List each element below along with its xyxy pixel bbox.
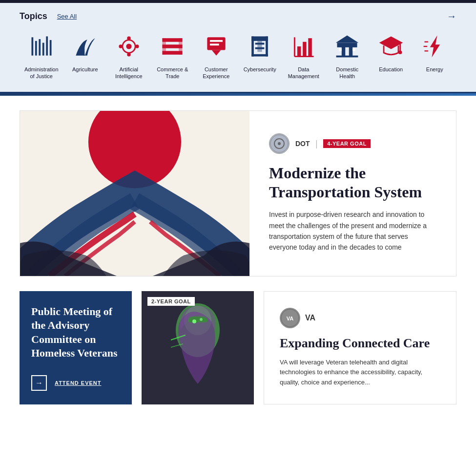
svg-rect-38: [336, 56, 358, 58]
topic-item-data[interactable]: DataManagement: [282, 29, 326, 82]
transport-meta: DOT | 4-YEAR GOAL: [269, 133, 436, 154]
commerce-label: Commerce &Trade: [157, 66, 188, 80]
svg-rect-54: [188, 317, 207, 322]
data-icon: [288, 31, 319, 62]
customer-label: CustomerExperience: [203, 66, 229, 80]
svg-point-42: [398, 50, 402, 54]
svg-point-10: [127, 53, 130, 56]
arrow-icon: →: [35, 379, 43, 387]
svg-marker-21: [211, 50, 221, 55]
bottom-row: Public Meeting of the Advisory Committee…: [20, 291, 456, 404]
svg-rect-39: [339, 48, 342, 51]
advisory-title: Public Meeting of the Advisory Committee…: [31, 305, 120, 360]
svg-rect-35: [349, 46, 352, 57]
commerce-icon: [157, 31, 188, 62]
customer-icon: [201, 31, 232, 62]
svg-rect-33: [308, 38, 311, 56]
agriculture-label: Agriculture: [72, 66, 98, 73]
va-desc: VA will leverage Veteran telehealth and …: [280, 358, 440, 388]
advisory-arrow-button[interactable]: →: [31, 375, 47, 391]
topic-item-domestic[interactable]: DomesticHealth: [326, 29, 370, 82]
transport-image: [20, 111, 249, 276]
svg-rect-40: [352, 48, 355, 51]
svg-point-50: [278, 142, 281, 145]
ai-label: ArtificialIntelligence: [115, 66, 143, 80]
dot-logo: [269, 133, 290, 154]
topic-item-energy[interactable]: Energy: [413, 29, 457, 82]
pipe-divider: |: [316, 139, 318, 149]
vet-goal-badge: 2-YEAR GOAL: [147, 297, 195, 306]
va-logo: VA: [280, 308, 300, 328]
svg-rect-31: [297, 46, 301, 57]
energy-label: Energy: [426, 66, 443, 73]
domestic-label: DomesticHealth: [336, 66, 358, 80]
svg-rect-23: [251, 36, 254, 56]
svg-rect-20: [210, 43, 219, 45]
transport-desc: Invest in purpose-driven research and in…: [269, 209, 436, 253]
svg-rect-19: [210, 40, 223, 42]
svg-rect-4: [46, 36, 48, 55]
main-content: DOT | 4-YEAR GOAL Modernize the Transpor…: [0, 110, 476, 404]
education-label: Education: [379, 66, 403, 73]
advisory-card: Public Meeting of the Advisory Committee…: [20, 291, 132, 404]
svg-rect-34: [342, 46, 345, 57]
svg-rect-36: [337, 43, 357, 47]
va-name: VA: [305, 314, 315, 322]
svg-rect-16: [163, 38, 166, 55]
blue-divider: [0, 93, 476, 96]
topic-item-admin-justice[interactable]: Administrationof Justice: [20, 29, 63, 82]
svg-rect-0: [31, 37, 33, 55]
svg-rect-5: [50, 40, 52, 56]
education-icon: [375, 31, 407, 62]
svg-rect-3: [42, 43, 44, 56]
svg-rect-32: [303, 42, 306, 57]
topic-item-commerce[interactable]: Commerce &Trade: [151, 29, 195, 82]
topic-item-ai[interactable]: ArtificialIntelligence: [107, 29, 151, 82]
svg-rect-2: [39, 39, 41, 56]
svg-rect-24: [266, 36, 268, 56]
cyber-icon: [244, 31, 275, 62]
svg-point-57: [192, 319, 196, 323]
svg-point-12: [135, 44, 139, 48]
va-title: Expanding Connected Care: [280, 336, 440, 351]
goal-badge: 4-YEAR GOAL: [323, 139, 371, 148]
svg-rect-25: [251, 54, 268, 57]
svg-text:VA: VA: [287, 316, 294, 321]
topics-title: Topics: [20, 11, 47, 21]
agriculture-icon: [69, 31, 101, 62]
va-card: VA VA Expanding Connected Care VA will l…: [264, 291, 456, 404]
topic-item-agriculture[interactable]: Agriculture: [63, 29, 107, 82]
topics-arrow[interactable]: →: [447, 11, 456, 22]
svg-point-58: [200, 318, 203, 321]
svg-point-11: [119, 44, 122, 48]
data-label: DataManagement: [288, 66, 319, 80]
topics-grid: Administrationof Justice Agriculture: [20, 29, 456, 82]
topic-item-cyber[interactable]: Cybersecurity: [238, 29, 282, 82]
svg-marker-37: [336, 36, 359, 43]
svg-rect-28: [258, 41, 262, 52]
topics-section: Topics See All → Administrationof Justic…: [0, 3, 476, 93]
svg-rect-22: [251, 36, 268, 41]
domestic-icon: [331, 31, 363, 62]
advisory-footer: → ATTEND EVENT: [31, 375, 120, 391]
topic-item-customer[interactable]: CustomerExperience: [194, 29, 238, 82]
admin-justice-label: Administrationof Justice: [24, 66, 59, 80]
energy-icon: [419, 31, 450, 62]
agency-name: DOT: [295, 140, 310, 148]
transport-title: Modernize the Transportation System: [269, 164, 436, 201]
transport-card: DOT | 4-YEAR GOAL Modernize the Transpor…: [20, 110, 456, 276]
svg-rect-1: [35, 41, 37, 56]
see-all-link[interactable]: See All: [57, 13, 77, 20]
attend-event-link[interactable]: ATTEND EVENT: [55, 380, 102, 386]
svg-point-8: [126, 43, 131, 49]
ai-icon: [113, 31, 145, 62]
transport-info: DOT | 4-YEAR GOAL Modernize the Transpor…: [249, 111, 456, 276]
svg-point-9: [127, 36, 130, 40]
admin-justice-icon: [26, 31, 57, 62]
veteran-art-card: 2-YEAR GOAL: [142, 291, 254, 404]
svg-rect-17: [179, 38, 182, 55]
va-meta: VA VA: [280, 308, 440, 328]
topic-item-education[interactable]: Education: [369, 29, 413, 82]
cyber-label: Cybersecurity: [244, 66, 276, 73]
